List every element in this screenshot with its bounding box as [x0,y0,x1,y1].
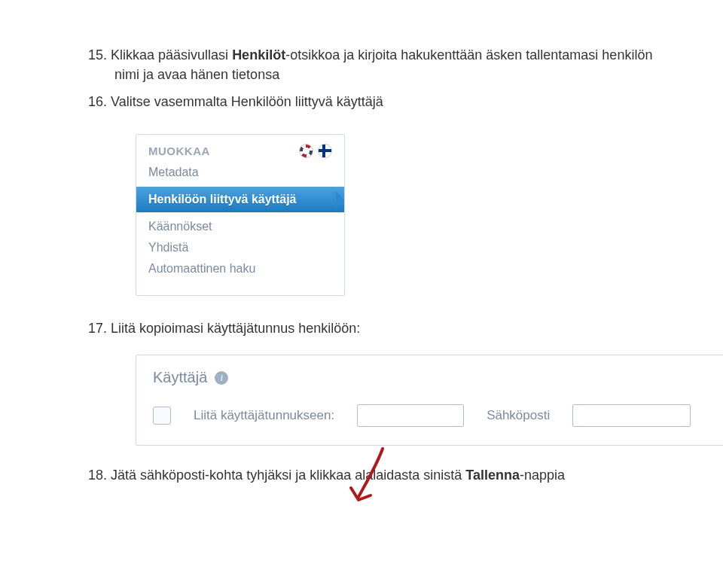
edit-panel-title: MUOKKAA [148,145,210,157]
step-15-pre: Klikkaa pääsivullasi [111,47,232,62]
attach-checkbox[interactable] [153,407,171,425]
step-15-num: 15. [88,47,107,62]
finnish-flag-icon[interactable] [318,144,332,158]
step-15: 15. Klikkaa pääsivullasi Henkilöt-otsikk… [114,45,670,84]
step-17-num: 17. [88,321,107,336]
menu-item-metadata[interactable]: Metadata [148,166,332,179]
step-16-num: 16. [88,94,107,109]
step-18-suf: -nappia [520,468,565,483]
english-flag-icon[interactable] [299,144,313,158]
user-panel: Käyttäjä i Liitä käyttäjätunnukseen: Säh… [136,355,723,446]
step-17: 17. Liitä kopioimasi käyttäjätunnus henk… [114,318,670,338]
menu-item-linked-user[interactable]: Henkilöön liittyvä käyttäjä [136,187,344,212]
info-icon[interactable]: i [215,371,228,385]
menu-item-merge[interactable]: Yhdistä [148,241,332,254]
user-panel-form-row: Liitä käyttäjätunnukseen: Sähköposti [153,404,710,427]
step-17-text: Liitä kopioimasi käyttäjätunnus henkilöö… [111,321,360,336]
email-input[interactable] [572,404,691,427]
email-label: Sähköposti [487,408,550,423]
menu-item-autosearch[interactable]: Automaattinen haku [148,262,332,276]
menu-item-translations[interactable]: Käännökset [148,220,332,233]
username-input[interactable] [357,404,464,427]
step-18-pre: Jätä sähköposti-kohta tyhjäksi ja klikka… [111,468,465,483]
edit-panel: MUOKKAA Metadata Henkilöön liittyvä käyt… [136,134,345,296]
step-16: 16. Valitse vasemmalta Henkilöön liittyv… [114,92,670,111]
user-panel-title-row: Käyttäjä i [153,369,710,386]
hand-drawn-arrow-icon [337,443,398,513]
step-18-bold: Tallenna [465,468,520,483]
step-16-text: Valitse vasemmalta Henkilöön liittyvä kä… [111,94,383,109]
user-panel-title: Käyttäjä [153,369,207,386]
step-15-bold: Henkilöt [232,47,285,62]
step-18-num: 18. [88,468,107,483]
edit-panel-header: MUOKKAA [148,144,332,158]
attach-label: Liitä käyttäjätunnukseen: [194,408,334,423]
